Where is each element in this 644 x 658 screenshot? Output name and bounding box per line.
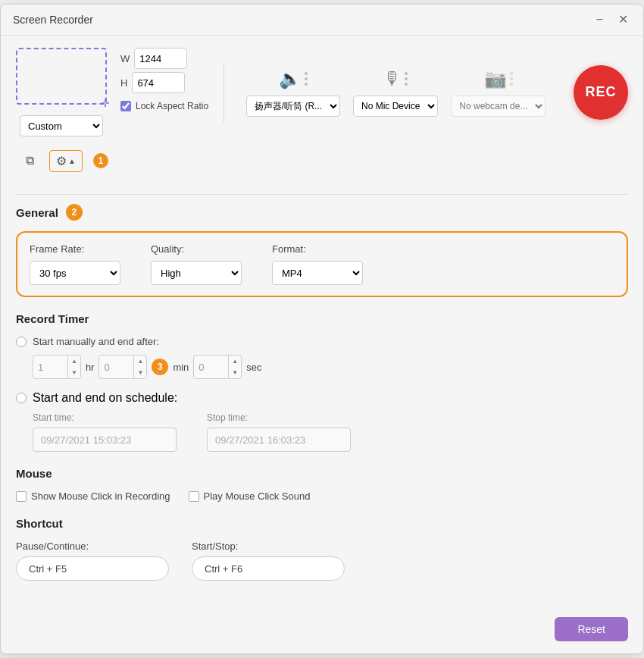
height-input[interactable] [132,72,185,93]
schedule-radio[interactable] [16,393,27,403]
mic-icon-row: 🎙 [383,68,408,89]
general-section-title: General 2 [16,204,628,221]
min-input-box: ▲ ▼ [98,355,147,379]
title-bar-controls: − ✕ [593,12,631,27]
schedule-times-row: Start time: Stop time: [33,412,628,452]
sec-up-button[interactable]: ▲ [229,356,241,367]
start-shortcut-input[interactable] [192,556,345,581]
webcam-item: 📷 No webcam de... [451,68,546,117]
play-sound-checkbox[interactable] [189,491,199,502]
pause-shortcut-label: Pause/Continue: [16,540,169,552]
rec-button[interactable]: REC [574,65,628,120]
show-click-checkbox[interactable] [16,491,27,502]
general-badge: 2 [66,204,83,221]
preset-dropdown-row: Custom Full Screen 1920x1080 1280x720 [20,115,103,136]
minimize-button[interactable]: − [593,12,606,27]
frame-rate-select[interactable]: 30 fps 24 fps 60 fps [30,261,120,285]
schedule-label: Start and end on schedule: [33,391,177,405]
speaker-icon-row: 🔈 [279,68,308,89]
quality-label: Quality: [151,243,242,255]
title-bar: Screen Recorder − ✕ [1,5,643,36]
screen-recorder-window: Screen Recorder − ✕ ✛ Custom [0,4,644,654]
min-unit: min [173,362,189,373]
dimension-inputs: W H Lock Aspect Ratio [120,48,208,111]
format-group: Format: MP4 MOV AVI MKV [272,243,363,285]
hr-input[interactable] [33,356,67,378]
close-button[interactable]: ✕ [615,12,631,27]
lock-aspect-label: Lock Aspect Ratio [136,101,208,111]
frame-rate-group: Frame Rate: 30 fps 24 fps 60 fps [30,243,120,285]
manual-timer-label: Start manually and end after: [33,336,159,347]
audio-video-section: 🔈 扬声器/听筒 (R... 🎙 [239,68,552,117]
hr-down-button[interactable]: ▼ [68,367,80,378]
speaker-icon: 🔈 [279,68,302,89]
shortcut-section: Shortcut Pause/Continue: Start/Stop: [16,517,628,581]
mouse-options-row: Show Mouse Click in Recording Play Mouse… [16,490,628,502]
crosshair-icon: ✛ [99,97,111,109]
vertical-divider [224,62,224,123]
stop-time-label: Stop time: [207,412,351,423]
schedule-option: Start and end on schedule: [16,391,628,405]
gear-icon: ⚙ [56,154,67,168]
stop-time-input[interactable] [207,428,351,452]
play-sound-item: Play Mouse Click Sound [189,490,311,502]
speaker-item: 🔈 扬声器/听筒 (R... [246,68,340,117]
format-select[interactable]: MP4 MOV AVI MKV [272,261,363,285]
mic-icon: 🎙 [383,68,402,89]
width-input[interactable] [134,48,187,69]
hr-spinners: ▲ ▼ [67,356,80,378]
sec-input-box: ▲ ▼ [193,355,242,379]
min-up-button[interactable]: ▲ [134,356,146,367]
mouse-section: Mouse Show Mouse Click in Recording Play… [16,467,628,502]
sec-down-button[interactable]: ▼ [229,367,241,378]
mic-item: 🎙 No Mic Device [353,68,438,117]
top-section: ✛ Custom Full Screen 1920x1080 1280x720 [16,48,628,136]
min-down-button[interactable]: ▼ [134,367,146,378]
lock-ratio-row: Lock Aspect Ratio [120,101,208,111]
timer-inputs-row: ▲ ▼ hr ▲ ▼ 3 min ▲ [33,355,628,379]
duplicate-icon-button[interactable]: ⧉ [16,149,43,173]
record-timer-title: Record Timer [16,312,628,325]
capture-preview: ✛ [16,48,107,105]
start-time-label: Start time: [33,412,177,423]
reset-button[interactable]: Reset [555,617,628,641]
lock-aspect-checkbox[interactable] [120,101,131,111]
hr-up-button[interactable]: ▲ [68,356,80,367]
settings-button[interactable]: ⚙ ▲ [49,150,83,172]
mouse-section-title: Mouse [16,467,628,480]
start-shortcut-group: Start/Stop: [192,540,345,581]
shortcut-row: Pause/Continue: Start/Stop: [16,540,628,581]
mic-level-dots [405,72,408,86]
sec-spinners: ▲ ▼ [228,356,241,378]
height-label: H [120,77,127,89]
sec-unit: sec [246,362,261,373]
speaker-select[interactable]: 扬声器/听筒 (R... [246,96,340,117]
capture-area: ✛ Custom Full Screen 1920x1080 1280x720 [16,48,208,136]
pause-shortcut-group: Pause/Continue: [16,540,169,581]
format-label: Format: [272,243,363,255]
main-content: ✛ Custom Full Screen 1920x1080 1280x720 [1,36,643,608]
mic-select[interactable]: No Mic Device [353,96,438,117]
toolbar-badge-1: 1 [93,153,108,168]
start-time-input[interactable] [33,428,177,452]
speaker-level-dots [305,72,308,86]
preset-select[interactable]: Custom Full Screen 1920x1080 1280x720 [20,115,103,136]
duplicate-icon: ⧉ [26,154,34,168]
quality-select[interactable]: High Low Medium [151,261,242,285]
start-time-group: Start time: [33,412,177,452]
hr-input-box: ▲ ▼ [33,355,81,379]
sec-input[interactable] [194,356,228,378]
webcam-select[interactable]: No webcam de... [451,96,546,117]
timer-badge-3: 3 [152,359,168,375]
webcam-icon: 📷 [484,68,507,89]
min-input[interactable] [99,356,133,378]
pause-shortcut-input[interactable] [16,556,169,581]
show-click-label: Show Mouse Click in Recording [31,490,170,502]
general-section: General 2 Frame Rate: 30 fps 24 fps 60 f… [16,204,628,297]
stop-time-group: Stop time: [207,412,351,452]
play-sound-label: Play Mouse Click Sound [204,490,311,502]
manual-timer-radio[interactable] [16,337,27,347]
webcam-level-dots [510,72,513,86]
footer: Reset [1,608,643,653]
quality-group: Quality: High Low Medium [151,243,242,285]
